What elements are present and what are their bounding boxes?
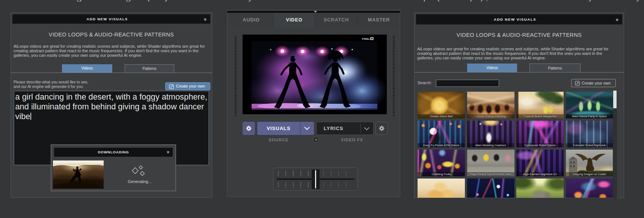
svg-text:FINAL: FINAL — [362, 38, 370, 40]
